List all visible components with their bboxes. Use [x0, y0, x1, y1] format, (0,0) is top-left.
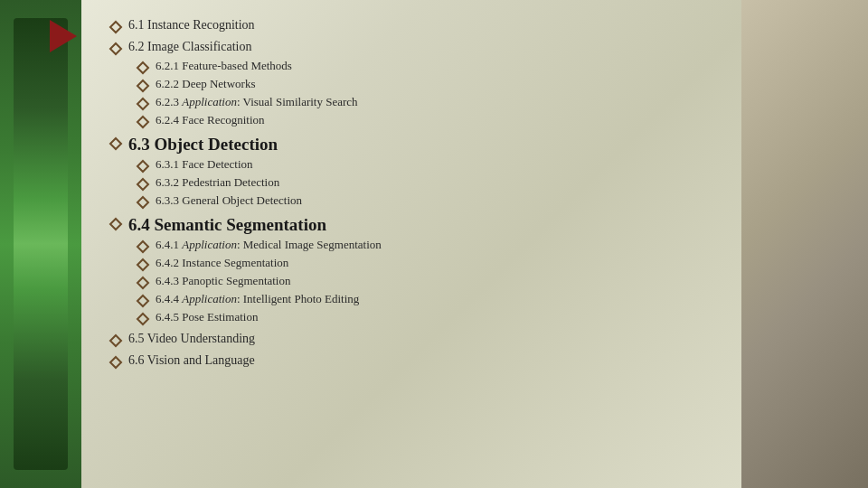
- svg-marker-12: [137, 259, 148, 270]
- section-6-3: 6.3 Object Detection 6.3.1 Face Detectio…: [108, 135, 723, 210]
- item-6-1: 6.1 Instance Recognition: [128, 18, 723, 33]
- label-6-2-3: 6.2.3 Application: Visual Similarity Sea…: [156, 95, 723, 109]
- svg-marker-8: [137, 179, 148, 190]
- bullet-6-1: [108, 20, 123, 34]
- label-6-4-5: 6.4.5 Pose Estimation: [156, 310, 723, 324]
- svg-marker-3: [137, 80, 148, 91]
- bullet-6-4-5: [136, 312, 150, 326]
- item-6-3-1: 6.3.1 Face Detection: [136, 157, 723, 174]
- item-6-6: 6.6 Vision and Language: [128, 353, 723, 368]
- left-decorative-panel: [0, 0, 81, 488]
- bullet-6-4-4: [136, 294, 150, 308]
- label-6-4-3: 6.4.3 Panoptic Segmentation: [156, 274, 723, 288]
- bullet-6-3-1: [136, 159, 150, 174]
- label-6-3-1: 6.3.1 Face Detection: [156, 157, 723, 172]
- svg-marker-1: [110, 43, 121, 54]
- item-6-3-3: 6.3.3 General Object Detection: [136, 193, 723, 210]
- subsections-6-4: 6.4.1 Application: Medical Image Segment…: [108, 238, 723, 326]
- svg-marker-16: [110, 335, 121, 346]
- item-6-4-4: 6.4.4 Application: Intelligent Photo Edi…: [136, 292, 723, 308]
- bullet-6-5: [108, 333, 123, 348]
- bullet-6-4-2: [136, 258, 150, 272]
- item-6-3: 6.3 Object Detection: [128, 135, 723, 155]
- section-6-1: 6.1 Instance Recognition: [108, 18, 723, 34]
- label-6-4-1: 6.4.1 Application: Medical Image Segment…: [156, 238, 723, 252]
- section-6-2: 6.2 Image Classification 6.2.1 Feature-b…: [108, 40, 723, 129]
- label-6-4-4: 6.4.4 Application: Intelligent Photo Edi…: [156, 292, 723, 306]
- label-6-2-4: 6.2.4 Face Recognition: [156, 113, 723, 127]
- bullet-6-2-4: [136, 115, 150, 129]
- svg-marker-10: [110, 219, 121, 230]
- svg-marker-7: [137, 161, 148, 172]
- subsections-6-2: 6.2.1 Feature-based Methods 6.2.2 Deep N…: [108, 59, 723, 129]
- bullet-6-2-2: [136, 79, 150, 93]
- section-6-4: 6.4 Semantic Segmentation 6.4.1 Applicat…: [108, 215, 723, 326]
- svg-marker-0: [110, 22, 121, 33]
- active-indicator: [50, 20, 77, 52]
- item-6-5: 6.5 Video Understanding: [128, 332, 723, 346]
- svg-marker-5: [137, 117, 148, 127]
- label-6-2-2: 6.2.2 Deep Networks: [156, 77, 723, 91]
- item-6-2-3: 6.2.3 Application: Visual Similarity Sea…: [136, 95, 723, 111]
- right-decorative-panel: [741, 0, 868, 488]
- bullet-6-4: [108, 217, 123, 231]
- bullet-6-6: [108, 355, 123, 370]
- bullet-6-4-1: [136, 239, 150, 254]
- bullet-6-2: [108, 42, 123, 56]
- bullet-6-2-3: [136, 97, 150, 111]
- item-6-4-3: 6.4.3 Panoptic Segmentation: [136, 274, 723, 290]
- bullet-6-2-1: [136, 61, 150, 75]
- bullet-6-4-3: [136, 276, 150, 290]
- label-6-2-1: 6.2.1 Feature-based Methods: [156, 59, 723, 73]
- svg-marker-2: [137, 62, 148, 73]
- label-6-3-2: 6.3.2 Pedestrian Detection: [156, 175, 723, 190]
- section-6-5: 6.5 Video Understanding: [108, 332, 723, 348]
- svg-marker-14: [137, 296, 148, 306]
- item-6-2-1: 6.2.1 Feature-based Methods: [136, 59, 723, 75]
- item-6-4-5: 6.4.5 Pose Estimation: [136, 310, 723, 326]
- item-6-3-2: 6.3.2 Pedestrian Detection: [136, 175, 723, 192]
- item-6-4: 6.4 Semantic Segmentation: [128, 215, 723, 235]
- left-panel-inner: [14, 18, 68, 470]
- item-6-4-2: 6.4.2 Instance Segmentation: [136, 256, 723, 272]
- item-6-2: 6.2 Image Classification: [128, 40, 723, 54]
- item-6-2-2: 6.2.2 Deep Networks: [136, 77, 723, 93]
- svg-marker-9: [137, 197, 148, 208]
- bullet-6-3: [108, 136, 123, 151]
- svg-marker-4: [137, 99, 148, 109]
- label-6-3-3: 6.3.3 General Object Detection: [156, 193, 723, 208]
- label-6-4-2: 6.4.2 Instance Segmentation: [156, 256, 723, 270]
- bullet-6-3-2: [136, 177, 150, 192]
- bullet-6-3-3: [136, 195, 150, 210]
- svg-marker-6: [110, 138, 121, 149]
- svg-marker-17: [110, 357, 121, 368]
- main-content: 6.1 Instance Recognition 6.2 Image Class…: [81, 0, 741, 488]
- svg-marker-15: [137, 314, 148, 324]
- section-6-6: 6.6 Vision and Language: [108, 353, 723, 370]
- svg-marker-11: [137, 241, 148, 252]
- svg-marker-13: [137, 277, 148, 288]
- item-6-2-4: 6.2.4 Face Recognition: [136, 113, 723, 129]
- item-6-4-1: 6.4.1 Application: Medical Image Segment…: [136, 238, 723, 254]
- subsections-6-3: 6.3.1 Face Detection 6.3.2 Pedestrian De…: [108, 157, 723, 210]
